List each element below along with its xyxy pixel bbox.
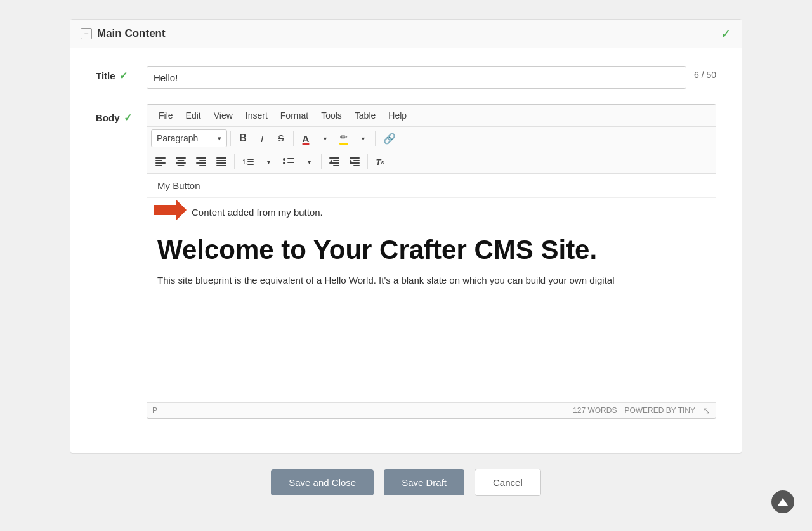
editor-button-row: My Button xyxy=(147,174,716,198)
svg-marker-34 xyxy=(154,200,187,220)
editor-content[interactable]: My Button Content added from my button. xyxy=(147,174,716,402)
page-wrapper: − Main Content ✓ Title ✓ 6 / 50 Body ✓ xyxy=(0,0,812,531)
align-center-button[interactable] xyxy=(171,153,190,171)
svg-point-21 xyxy=(283,162,285,164)
bold-button[interactable]: B xyxy=(234,129,252,147)
svg-rect-33 xyxy=(353,165,360,166)
editor-toolbar-1: Paragraph ▾ B I S A ▾ xyxy=(147,127,716,150)
svg-rect-23 xyxy=(287,162,294,163)
menu-table[interactable]: Table xyxy=(348,107,382,124)
svg-rect-10 xyxy=(196,162,206,164)
unordered-list-dropdown[interactable]: ▾ xyxy=(300,153,318,171)
cancel-button[interactable]: Cancel xyxy=(475,469,541,496)
scroll-up-button[interactable] xyxy=(771,490,794,513)
svg-rect-27 xyxy=(329,162,339,164)
svg-rect-0 xyxy=(155,157,166,159)
menu-tools[interactable]: Tools xyxy=(315,107,348,124)
save-close-button[interactable]: Save and Close xyxy=(271,469,374,495)
resize-handle-icon[interactable]: ⤡ xyxy=(703,405,710,416)
menu-edit[interactable]: Edit xyxy=(180,107,207,124)
editor-menubar: File Edit View Insert Format Tools Table… xyxy=(147,105,716,127)
svg-rect-19 xyxy=(247,164,254,165)
font-color-inner: A xyxy=(303,133,310,144)
statusbar-element: P xyxy=(152,406,157,415)
bottom-actions: Save and Close Save Draft Cancel xyxy=(271,454,540,509)
svg-rect-1 xyxy=(155,160,162,161)
outdent-button[interactable] xyxy=(325,153,344,171)
menu-view[interactable]: View xyxy=(207,107,239,124)
chevron-down-icon: ▾ xyxy=(218,134,221,143)
toolbar-separator-4 xyxy=(234,154,235,169)
red-arrow-svg xyxy=(154,199,187,221)
editor-toolbar-2: 1. ▾ xyxy=(147,150,716,174)
title-input[interactable] xyxy=(147,66,686,89)
align-justify-button[interactable] xyxy=(212,153,231,171)
highlight-button[interactable]: ✏ xyxy=(335,129,353,147)
outdent-icon xyxy=(329,157,339,166)
toolbar-separator-5 xyxy=(321,154,322,169)
svg-rect-13 xyxy=(216,160,226,161)
menu-format[interactable]: Format xyxy=(274,107,315,124)
ordered-list-button[interactable]: 1. xyxy=(238,153,258,171)
svg-rect-14 xyxy=(216,162,226,164)
editor-statusbar: P 127 WORDS POWERED BY TINY ⤡ xyxy=(147,402,716,418)
align-center-icon xyxy=(176,157,186,166)
italic-button[interactable]: I xyxy=(253,129,271,147)
title-check-icon: ✓ xyxy=(119,70,128,82)
menu-insert[interactable]: Insert xyxy=(239,107,274,124)
welcome-heading: Welcome to Your Crafter CMS Site. xyxy=(147,225,716,273)
svg-marker-35 xyxy=(778,498,788,506)
title-label: Title ✓ xyxy=(96,66,147,82)
svg-rect-17 xyxy=(247,159,254,160)
ordered-list-dropdown[interactable]: ▾ xyxy=(259,153,277,171)
paragraph-select[interactable]: Paragraph ▾ xyxy=(151,129,227,147)
statusbar-right: 127 WORDS POWERED BY TINY ⤡ xyxy=(573,405,710,416)
highlight-icon: ✏ xyxy=(340,132,348,142)
font-color-label: A xyxy=(303,133,310,144)
svg-rect-12 xyxy=(216,157,226,159)
svg-point-20 xyxy=(283,158,285,161)
unordered-list-icon xyxy=(283,157,294,166)
red-arrow-indicator xyxy=(154,199,187,223)
svg-rect-24 xyxy=(329,157,339,159)
ordered-list-icon: 1. xyxy=(242,157,254,166)
clear-format-button[interactable]: Tx xyxy=(371,153,389,171)
svg-rect-15 xyxy=(216,165,226,166)
align-left-button[interactable] xyxy=(151,153,170,171)
editor-button-text: My Button xyxy=(157,180,200,191)
word-count: 127 WORDS xyxy=(573,406,617,415)
svg-rect-3 xyxy=(155,165,162,166)
save-draft-button[interactable]: Save Draft xyxy=(384,469,464,495)
highlight-dropdown[interactable]: ▾ xyxy=(354,129,372,147)
highlight-inner: ✏ xyxy=(339,132,348,145)
panel-body: Title ✓ 6 / 50 Body ✓ File Edit xyxy=(70,48,742,453)
title-row: Title ✓ 6 / 50 xyxy=(96,66,716,89)
font-color-button[interactable]: A xyxy=(297,129,315,147)
svg-rect-18 xyxy=(247,161,254,162)
strikethrough-button[interactable]: S xyxy=(272,129,290,147)
body-row: Body ✓ File Edit View Insert Format Tool… xyxy=(96,104,716,419)
toolbar-separator-6 xyxy=(367,154,368,169)
panel-title: Main Content xyxy=(97,27,166,40)
align-right-icon xyxy=(196,157,206,166)
svg-rect-30 xyxy=(353,160,360,161)
align-justify-icon xyxy=(216,157,226,166)
scroll-up-icon xyxy=(777,496,789,508)
collapse-icon[interactable]: − xyxy=(81,28,92,39)
editor-wrapper: File Edit View Insert Format Tools Table… xyxy=(147,104,716,419)
align-left-icon xyxy=(155,157,166,166)
svg-rect-8 xyxy=(196,157,206,159)
unordered-list-button[interactable] xyxy=(278,153,299,171)
indent-button[interactable] xyxy=(345,153,364,171)
align-right-button[interactable] xyxy=(192,153,211,171)
body-check-icon: ✓ xyxy=(124,112,132,124)
font-color-dropdown[interactable]: ▾ xyxy=(316,129,334,147)
powered-by: POWERED BY TINY xyxy=(624,406,695,415)
panel-header-left: − Main Content xyxy=(81,27,166,40)
svg-rect-29 xyxy=(350,157,360,159)
link-button[interactable]: 🔗 xyxy=(379,129,400,147)
cursor xyxy=(324,208,324,218)
menu-file[interactable]: File xyxy=(152,107,180,124)
menu-help[interactable]: Help xyxy=(382,107,413,124)
svg-rect-32 xyxy=(350,162,360,164)
